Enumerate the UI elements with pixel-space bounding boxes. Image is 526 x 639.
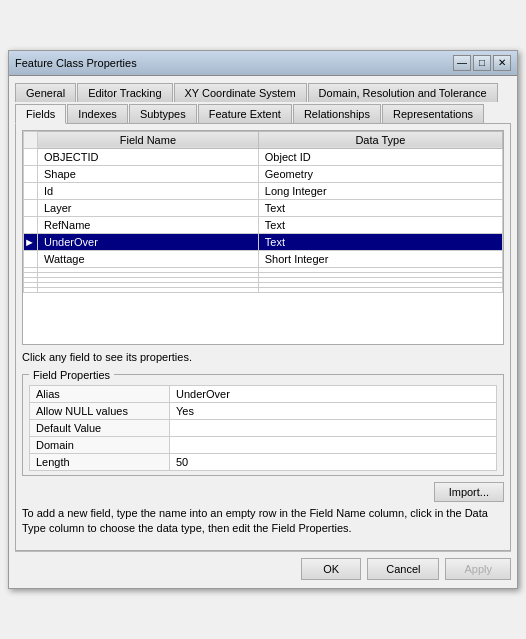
field-name-cell[interactable]: Wattage (38, 250, 259, 267)
table-row[interactable] (24, 287, 503, 292)
row-marker (24, 216, 38, 233)
field-property-row: AliasUnderOver (30, 385, 497, 402)
field-name-cell[interactable] (38, 287, 259, 292)
property-value[interactable] (170, 419, 497, 436)
field-property-row: Domain (30, 436, 497, 453)
data-type-cell[interactable]: Geometry (258, 165, 502, 182)
row-marker (24, 165, 38, 182)
data-type-cell[interactable]: Long Integer (258, 182, 502, 199)
import-button[interactable]: Import... (434, 482, 504, 502)
table-row[interactable]: LayerText (24, 199, 503, 216)
fields-table: Field Name Data Type OBJECTIDObject IDSh… (23, 131, 503, 293)
table-row[interactable]: IdLong Integer (24, 182, 503, 199)
table-row[interactable]: WattageShort Integer (24, 250, 503, 267)
row-marker (24, 182, 38, 199)
data-type-cell[interactable]: Text (258, 199, 502, 216)
tab-feature-extent[interactable]: Feature Extent (198, 104, 292, 124)
field-name-cell[interactable]: Id (38, 182, 259, 199)
close-button[interactable]: ✕ (493, 55, 511, 71)
property-value[interactable]: Yes (170, 402, 497, 419)
data-type-cell[interactable]: Short Integer (258, 250, 502, 267)
cancel-button[interactable]: Cancel (367, 558, 439, 580)
row-marker (24, 250, 38, 267)
apply-button[interactable]: Apply (445, 558, 511, 580)
main-content: General Editor Tracking XY Coordinate Sy… (9, 76, 517, 589)
field-name-cell[interactable]: RefName (38, 216, 259, 233)
property-value[interactable]: 50 (170, 453, 497, 470)
title-bar: Feature Class Properties — □ ✕ (9, 51, 517, 76)
table-row[interactable]: RefNameText (24, 216, 503, 233)
fields-table-container[interactable]: Field Name Data Type OBJECTIDObject IDSh… (22, 130, 504, 345)
tab-row-2: Fields Indexes Subtypes Feature Extent R… (15, 103, 511, 123)
tab-representations[interactable]: Representations (382, 104, 484, 124)
tab-fields[interactable]: Fields (15, 104, 66, 124)
table-row[interactable]: ►UnderOverText (24, 233, 503, 250)
field-properties-group: Field Properties AliasUnderOverAllow NUL… (22, 369, 504, 476)
data-type-cell[interactable]: Object ID (258, 148, 502, 165)
maximize-button[interactable]: □ (473, 55, 491, 71)
field-property-row: Default Value (30, 419, 497, 436)
field-property-row: Allow NULL valuesYes (30, 402, 497, 419)
property-label: Length (30, 453, 170, 470)
row-marker (24, 199, 38, 216)
feature-class-properties-window: Feature Class Properties — □ ✕ General E… (8, 50, 518, 590)
field-name-cell[interactable]: OBJECTID (38, 148, 259, 165)
col-data-type-header: Data Type (258, 131, 502, 148)
import-btn-row: Import... (22, 482, 504, 502)
description-text: To add a new field, type the name into a… (22, 506, 504, 537)
marker-header (24, 131, 38, 148)
table-row[interactable]: ShapeGeometry (24, 165, 503, 182)
property-value[interactable]: UnderOver (170, 385, 497, 402)
property-value[interactable] (170, 436, 497, 453)
col-field-name-header: Field Name (38, 131, 259, 148)
row-marker (24, 287, 38, 292)
window-title: Feature Class Properties (15, 57, 137, 69)
table-row[interactable]: OBJECTIDObject ID (24, 148, 503, 165)
field-properties-legend: Field Properties (29, 369, 114, 381)
field-name-cell[interactable]: UnderOver (38, 233, 259, 250)
data-type-cell[interactable] (258, 287, 502, 292)
field-name-cell[interactable]: Layer (38, 199, 259, 216)
tab-indexes[interactable]: Indexes (67, 104, 128, 124)
data-type-cell[interactable]: Text (258, 216, 502, 233)
tab-general[interactable]: General (15, 83, 76, 102)
tab-editor-tracking[interactable]: Editor Tracking (77, 83, 172, 102)
tab-fields-content: Field Name Data Type OBJECTIDObject IDSh… (15, 123, 511, 552)
row-marker: ► (24, 233, 38, 250)
minimize-button[interactable]: — (453, 55, 471, 71)
window-controls: — □ ✕ (453, 55, 511, 71)
tab-subtypes[interactable]: Subtypes (129, 104, 197, 124)
tab-domain-resolution[interactable]: Domain, Resolution and Tolerance (308, 83, 498, 102)
data-type-cell[interactable]: Text (258, 233, 502, 250)
property-label: Domain (30, 436, 170, 453)
row-marker (24, 148, 38, 165)
tab-row-1: General Editor Tracking XY Coordinate Sy… (15, 82, 511, 101)
bottom-buttons: OK Cancel Apply (15, 551, 511, 582)
tab-relationships[interactable]: Relationships (293, 104, 381, 124)
field-name-cell[interactable]: Shape (38, 165, 259, 182)
field-properties-table: AliasUnderOverAllow NULL valuesYesDefaul… (29, 385, 497, 471)
tab-xy-coordinate[interactable]: XY Coordinate System (174, 83, 307, 102)
hint-text: Click any field to see its properties. (22, 351, 504, 363)
property-label: Default Value (30, 419, 170, 436)
field-property-row: Length50 (30, 453, 497, 470)
property-label: Allow NULL values (30, 402, 170, 419)
ok-button[interactable]: OK (301, 558, 361, 580)
property-label: Alias (30, 385, 170, 402)
